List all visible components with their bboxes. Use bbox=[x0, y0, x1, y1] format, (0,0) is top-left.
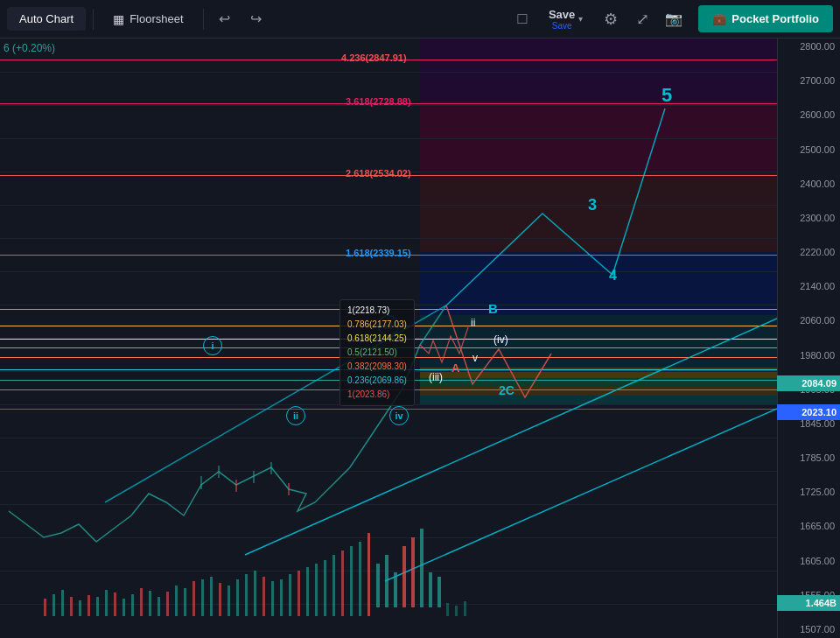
grid-line bbox=[0, 537, 777, 538]
grid-line bbox=[0, 604, 777, 605]
price-1507: 1507.00 bbox=[778, 625, 840, 634]
save-button[interactable]: Save Save ▾ bbox=[538, 3, 593, 36]
fib-val-618: 0.618(2144.25) bbox=[347, 332, 407, 346]
wave-5-label: 5 bbox=[662, 84, 672, 107]
floorsheet-label: Floorsheet bbox=[130, 12, 183, 25]
grid-line bbox=[0, 205, 777, 206]
price-2300: 2300.00 bbox=[778, 214, 840, 223]
grid-line bbox=[0, 504, 777, 505]
svg-rect-43 bbox=[324, 560, 326, 616]
price-axis: 2800.00 2700.00 2600.00 2500.00 2400.00 … bbox=[777, 39, 840, 638]
svg-rect-35 bbox=[254, 571, 256, 616]
fib-val-bottom: 1(2023.86) bbox=[347, 388, 407, 402]
redo-icon: ↪ bbox=[250, 11, 262, 27]
fib-val-236: 0.236(2069.86) bbox=[347, 374, 407, 388]
auto-chart-label: Auto Chart bbox=[19, 12, 74, 25]
price-2500: 2500.00 bbox=[778, 145, 840, 155]
svg-rect-47 bbox=[359, 542, 361, 616]
fib-band-2 bbox=[420, 102, 777, 173]
svg-rect-20 bbox=[122, 599, 125, 616]
svg-rect-6 bbox=[402, 546, 406, 607]
camera-button[interactable]: 📷 bbox=[660, 5, 688, 33]
floorsheet-tab[interactable]: ▦ Floorsheet bbox=[101, 7, 195, 32]
wave-iv-small-label: (iv) bbox=[494, 333, 508, 346]
grid-line bbox=[0, 471, 777, 472]
pocket-portfolio-icon: 💼 bbox=[712, 12, 726, 25]
svg-rect-24 bbox=[158, 597, 160, 616]
svg-rect-38 bbox=[280, 579, 283, 616]
wave-B-label: B bbox=[488, 301, 498, 316]
price-change: 6 (+0.20%) bbox=[4, 42, 55, 54]
fib-val-382: 0.382(2098.30) bbox=[347, 360, 407, 374]
grid-line bbox=[0, 571, 777, 571]
svg-rect-9 bbox=[429, 572, 432, 607]
svg-rect-12 bbox=[52, 594, 55, 616]
svg-rect-7 bbox=[411, 537, 415, 607]
svg-rect-34 bbox=[245, 574, 248, 616]
fib-band-top bbox=[420, 39, 777, 102]
svg-rect-41 bbox=[306, 567, 309, 616]
price-2140: 2140.00 bbox=[778, 282, 840, 291]
fib-val-786: 0.786(2177.03) bbox=[347, 318, 407, 332]
price-2400: 2400.00 bbox=[778, 179, 840, 189]
camera-icon: 📷 bbox=[665, 11, 682, 27]
svg-rect-13 bbox=[61, 590, 64, 616]
grid-line bbox=[0, 72, 777, 73]
toolbar-divider-1 bbox=[93, 9, 94, 30]
fib-band-3 bbox=[420, 173, 777, 252]
svg-rect-8 bbox=[420, 529, 424, 607]
expand-button[interactable]: ⤢ bbox=[628, 5, 656, 33]
fib-indicator-box: 1(2218.73) 0.786(2177.03) 0.618(2144.25)… bbox=[340, 299, 415, 406]
price-1605: 1605.00 bbox=[778, 557, 840, 566]
svg-rect-21 bbox=[131, 594, 134, 616]
floorsheet-icon: ▦ bbox=[113, 12, 124, 26]
svg-rect-16 bbox=[88, 595, 90, 616]
settings-icon: ⚙ bbox=[604, 10, 618, 29]
wave-2C-label: 2C bbox=[499, 383, 514, 397]
rect-icon: □ bbox=[518, 10, 528, 28]
grid-line bbox=[0, 438, 777, 438]
grid-line bbox=[0, 138, 777, 139]
wave-iv-label: iv bbox=[389, 406, 409, 425]
svg-rect-45 bbox=[341, 550, 344, 616]
fib-label-2618: 2.618(2534.02) bbox=[346, 168, 411, 179]
auto-chart-tab[interactable]: Auto Chart bbox=[7, 7, 86, 31]
price-1665: 1665.00 bbox=[778, 522, 840, 531]
svg-rect-42 bbox=[315, 564, 318, 616]
price-info: 6 (+0.20%) bbox=[4, 42, 55, 54]
svg-rect-32 bbox=[228, 585, 230, 616]
price-1725: 1725.00 bbox=[778, 487, 840, 497]
fib-label-3618: 3.618(2728.88) bbox=[346, 96, 411, 107]
svg-rect-28 bbox=[192, 581, 195, 616]
fib-band-6d bbox=[420, 396, 777, 404]
price-badge-blue: 2023.10 bbox=[777, 404, 840, 420]
svg-rect-46 bbox=[350, 546, 353, 616]
toolbar-divider-2 bbox=[203, 9, 204, 30]
price-1785: 1785.00 bbox=[778, 453, 840, 463]
wave-iii-right-label: (iii) bbox=[429, 371, 443, 383]
svg-rect-39 bbox=[289, 574, 291, 616]
svg-rect-18 bbox=[105, 590, 108, 616]
redo-button[interactable]: ↪ bbox=[242, 5, 270, 33]
wave-3-label: 3 bbox=[588, 196, 597, 214]
svg-rect-40 bbox=[298, 571, 300, 616]
settings-button[interactable]: ⚙ bbox=[597, 5, 625, 33]
svg-rect-33 bbox=[236, 579, 239, 616]
undo-icon: ↩ bbox=[219, 11, 230, 27]
price-badge-volume: 1.464B bbox=[777, 595, 840, 611]
fib-label-1618: 1.618(2339.15) bbox=[346, 248, 411, 258]
wave-A-label: A bbox=[452, 361, 459, 375]
price-2220: 2220.00 bbox=[778, 248, 840, 257]
svg-rect-17 bbox=[96, 597, 99, 616]
wave-i-label: i bbox=[203, 336, 222, 355]
price-badge-green: 2084.09 bbox=[777, 375, 840, 391]
undo-button[interactable]: ↩ bbox=[211, 5, 239, 33]
save-sub: Save bbox=[552, 21, 572, 31]
rect-button[interactable]: □ bbox=[510, 7, 535, 32]
svg-rect-36 bbox=[262, 577, 265, 616]
fib-val-1: 1(2218.73) bbox=[347, 304, 407, 318]
pocket-portfolio-button[interactable]: 💼 Pocket Portfolio bbox=[698, 5, 833, 32]
wave-4-label: 4 bbox=[609, 268, 617, 284]
price-1845: 1845.00 bbox=[778, 419, 840, 429]
wave-v-label: v bbox=[472, 352, 478, 364]
